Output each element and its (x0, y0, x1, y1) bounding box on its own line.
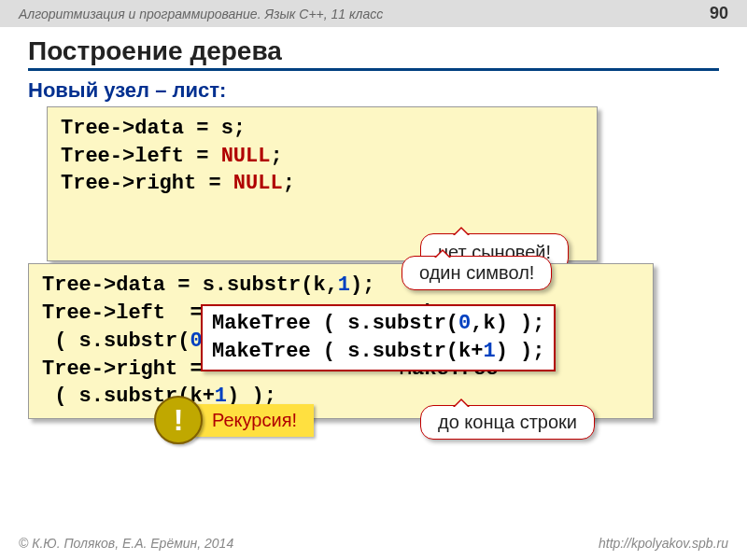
header-bar: Алгоритмизация и программирование. Язык … (0, 0, 747, 27)
code-line: ( s.substr( (42, 329, 190, 353)
warning-icon: ! (154, 396, 203, 444)
copyright: © К.Ю. Поляков, Е.А. Ерёмин, 2014 (19, 536, 233, 551)
footer-url: http://kpolyakov.spb.ru (599, 536, 728, 551)
content: Новый узел – лист: Tree->data = s; Tree-… (0, 78, 747, 419)
callout-end-of-string: до конца строки (420, 405, 595, 440)
recursion-label: Рекурсия! (193, 404, 314, 437)
keyword-null: NULL (221, 145, 271, 168)
number-literal: 1 (338, 273, 350, 297)
callout-one-char: один символ! (402, 256, 552, 290)
code-line: Tree->right = (61, 172, 233, 195)
code-line: Tree->data = s; (61, 117, 246, 140)
code-line: Tree->data = s.substr(k, (42, 273, 338, 297)
number-literal: 1 (483, 340, 495, 363)
code-block-leaf: Tree->data = s; Tree->left = NULL; Tree-… (47, 106, 598, 261)
footer: © К.Ю. Поляков, Е.А. Ерёмин, 2014 http:/… (0, 530, 747, 560)
recursion-note: ! Рекурсия! (154, 396, 314, 444)
section1-heading: Новый узел – лист: (28, 78, 719, 103)
code-line: Tree->left = (61, 145, 221, 168)
page-title: Построение дерева (28, 36, 719, 71)
page-number: 90 (710, 4, 728, 23)
keyword-null: NULL (233, 172, 283, 195)
course-name: Алгоритмизация и программирование. Язык … (19, 7, 383, 21)
overlay-maketree: MakeTree ( s.substr(0,k) ); MakeTree ( s… (201, 304, 556, 371)
number-literal: 0 (458, 312, 471, 335)
